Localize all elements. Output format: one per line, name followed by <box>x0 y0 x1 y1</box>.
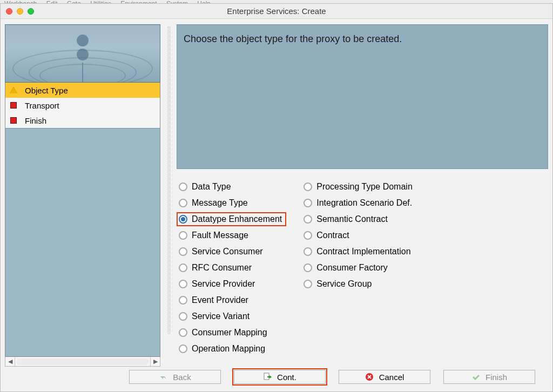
radio-consumer-factory[interactable]: Consumer Factory <box>304 262 413 274</box>
radio-semantic-contract[interactable]: Semantic Contract <box>304 213 413 225</box>
wizard-sidebar: Object Type Transport Finish ◀ ▶ <box>5 24 160 367</box>
dialog-window: Enterprise Services: Create Object Type … <box>0 3 553 392</box>
scroll-left-icon[interactable]: ◀ <box>5 357 15 366</box>
option-label: Semantic Contract <box>316 214 388 224</box>
radio-operation-mapping[interactable]: Operation Mapping <box>179 343 282 355</box>
radio-datatype-enhancement[interactable]: Datatype Enhancement <box>179 213 282 225</box>
instruction-text: Choose the object type for the proxy to … <box>184 33 402 44</box>
radio-rfc-consumer[interactable]: RFC Consumer <box>179 262 282 274</box>
options-column-right: Processing Type Domain Integration Scena… <box>304 181 413 355</box>
radio-icon <box>304 263 312 272</box>
option-label: Service Variant <box>192 312 249 321</box>
radio-fault-message[interactable]: Fault Message <box>179 229 282 241</box>
radio-icon <box>179 215 187 224</box>
continue-button[interactable]: Cont. <box>234 370 326 384</box>
option-label: Data Type <box>192 182 231 192</box>
step-object-type[interactable]: Object Type <box>5 83 160 98</box>
radio-contract-implementation[interactable]: Contract Implementation <box>304 246 413 258</box>
radio-icon <box>304 199 312 207</box>
radio-message-type[interactable]: Message Type <box>179 197 282 209</box>
option-label: Service Group <box>316 279 372 289</box>
step-label: Object Type <box>25 86 68 95</box>
radio-icon <box>179 247 187 256</box>
roadmap-steps: Object Type Transport Finish <box>5 83 160 357</box>
radio-integration-scenario-def[interactable]: Integration Scenario Def. <box>304 197 413 209</box>
close-icon[interactable] <box>6 8 12 15</box>
roadmap-fill <box>5 128 160 356</box>
option-label: Operation Mapping <box>192 344 265 354</box>
step-transport[interactable]: Transport <box>5 98 160 113</box>
cancel-icon <box>365 373 374 381</box>
finish-button[interactable]: Finish <box>443 370 535 384</box>
option-label: Integration Scenario Def. <box>316 198 412 208</box>
sidebar-hscrollbar[interactable]: ◀ ▶ <box>5 357 160 367</box>
option-label: Consumer Mapping <box>192 328 267 337</box>
option-label: Datatype Enhancement <box>192 214 282 224</box>
warning-icon <box>10 86 17 94</box>
options-column-left: Data Type Message Type Datatype Enhancem… <box>179 181 282 355</box>
radio-event-provider[interactable]: Event Provider <box>179 294 282 306</box>
radio-icon <box>179 183 187 191</box>
highlight-annotation: Datatype Enhancement <box>177 212 286 226</box>
stop-icon <box>10 117 17 124</box>
radio-icon <box>179 280 187 288</box>
window-title: Enterprise Services: Create <box>1 6 552 16</box>
step-label: Transport <box>25 101 59 110</box>
step-label: Finish <box>25 116 46 125</box>
back-button[interactable]: Back <box>129 370 221 384</box>
radio-service-consumer[interactable]: Service Consumer <box>179 246 282 258</box>
radio-data-type[interactable]: Data Type <box>179 181 282 193</box>
minimize-icon[interactable] <box>17 8 23 15</box>
window-controls <box>6 8 34 15</box>
radio-icon <box>179 231 187 240</box>
stop-icon <box>10 102 17 109</box>
option-label: RFC Consumer <box>192 263 252 273</box>
radio-service-provider[interactable]: Service Provider <box>179 278 282 290</box>
zoom-icon[interactable] <box>28 8 34 15</box>
option-label: Event Provider <box>192 295 248 305</box>
button-label: Cancel <box>379 373 404 382</box>
radio-icon <box>304 215 312 224</box>
wizard-page: Choose the object type for the proxy to … <box>177 24 548 367</box>
back-icon <box>159 373 167 381</box>
content-area: Object Type Transport Finish ◀ ▶ <box>1 19 552 367</box>
radio-service-variant[interactable]: Service Variant <box>179 310 282 322</box>
radio-icon <box>179 312 187 321</box>
wizard-buttons: Back Cont. Cancel Finish <box>129 370 535 386</box>
radio-icon <box>304 183 312 191</box>
cancel-button[interactable]: Cancel <box>339 370 430 384</box>
radio-icon <box>304 280 312 288</box>
radio-consumer-mapping[interactable]: Consumer Mapping <box>179 327 282 339</box>
scroll-track[interactable] <box>16 359 149 365</box>
radio-icon <box>179 199 187 207</box>
option-label: Service Provider <box>192 279 255 289</box>
button-label: Cont. <box>277 373 296 382</box>
splitter[interactable] <box>167 24 170 367</box>
option-label: Consumer Factory <box>316 263 388 273</box>
radio-icon <box>179 263 187 272</box>
button-label: Finish <box>485 373 507 382</box>
option-label: Fault Message <box>192 231 248 240</box>
radio-service-group[interactable]: Service Group <box>304 278 413 290</box>
radio-contract[interactable]: Contract <box>304 229 413 241</box>
object-type-options: Data Type Message Type Datatype Enhancem… <box>177 169 548 355</box>
finish-icon <box>471 373 480 381</box>
continue-icon <box>263 373 272 381</box>
radio-icon <box>304 231 312 240</box>
radio-icon <box>179 296 187 305</box>
option-label: Service Consumer <box>192 247 263 256</box>
option-label: Contract <box>316 231 349 240</box>
radio-icon <box>304 247 312 256</box>
step-finish[interactable]: Finish <box>5 113 160 128</box>
roadmap-banner <box>5 24 160 83</box>
radio-icon <box>179 328 187 337</box>
scroll-right-icon[interactable]: ▶ <box>150 357 160 366</box>
option-label: Message Type <box>192 198 248 208</box>
instruction-panel: Choose the object type for the proxy to … <box>177 24 548 169</box>
option-label: Processing Type Domain <box>316 182 413 192</box>
titlebar: Enterprise Services: Create <box>1 4 552 19</box>
option-label: Contract Implementation <box>316 247 410 256</box>
button-label: Back <box>173 373 191 382</box>
radio-icon <box>179 344 187 353</box>
radio-processing-type-domain[interactable]: Processing Type Domain <box>304 181 413 193</box>
